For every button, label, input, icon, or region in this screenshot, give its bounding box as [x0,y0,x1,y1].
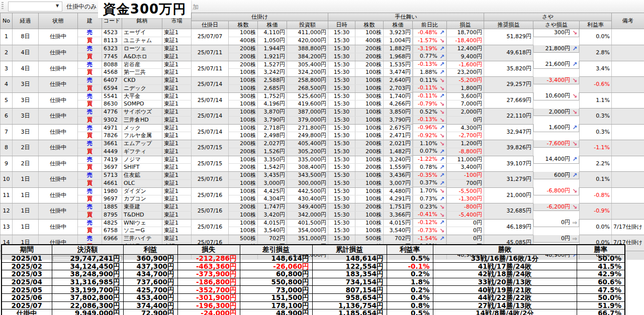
summary-cell[interactable]: -196,300円 [177,301,240,309]
summary-cell[interactable]: 148,614円 [240,255,312,263]
summary-cell[interactable]: 425,700円 [123,286,177,294]
summary-cell[interactable]: 2025/05 [2,286,52,294]
pair-row[interactable]: 34日仕掛中売8088岩谷産東証125/07/11200株1,527円305,4… [1,61,644,69]
summary-cell[interactable]: 47.5% [577,286,625,294]
pair-row[interactable]: 買8630SOMPO東証1100株4,196円419,600円15:30100株… [1,100,644,109]
summary-cell[interactable]: 374,400円 [123,301,177,309]
summary-cell[interactable]: 51.9% [577,301,625,309]
summary-cell[interactable]: 737,600円 [123,278,177,286]
pair-row[interactable]: 買4568第一三共東証1100株3,242円324,200円15:30100株3… [1,69,644,77]
pair-row[interactable]: 買8795T&DHD東証1100株3,420円342,000円15:30100株… [1,211,644,219]
summary-cell[interactable]: -0.1% [387,262,433,270]
summary-row[interactable]: 2025/0129,747,241円360,900円-212,286円148,6… [2,255,625,263]
summary-cell[interactable]: -352,700円 [177,286,240,294]
summary-cell[interactable]: 41.5% [577,262,625,270]
summary-cell[interactable]: 0.2% [387,286,433,294]
summary-cell[interactable]: 2025/03 [2,270,52,278]
summary-cell[interactable]: -301,900円 [177,293,240,301]
summary-cell[interactable]: 33戦/16勝/16敗/1分 [433,255,577,263]
pair-row[interactable]: 買6594ニデック東証1100株2,685円268,500円15:30100株2… [1,84,644,92]
summary-cell[interactable]: 1,185,654円 [312,309,387,315]
summary-cell[interactable]: 1.8% [387,278,433,286]
pair-row[interactable]: 買4661OLC東証1100株3,000円300,000円15:30100株3,… [1,179,644,187]
summary-cell[interactable]: 2025/06 [2,293,52,301]
summary-cell[interactable]: 151,500円 [240,293,312,301]
pair-row[interactable]: 43日仕掛中売6407CKD東証125/07/14100株2,588円258,8… [1,77,644,85]
pair-row[interactable]: 121日仕掛中売1885東亜建東証125/07/16200株1,747円349,… [1,203,644,212]
summary-cell[interactable]: -24,000円 [177,309,240,315]
summary-cell[interactable]: 2025/01 [2,255,52,263]
pair-row[interactable]: 73日仕掛中売4971メック東証125/07/14100株2,718円271,8… [1,124,644,132]
summary-cell[interactable]: 33,199,700円 [52,286,123,294]
pair-row[interactable]: 24日仕掛中売6323ローツェ東証125/07/11200株1,944円388,… [1,45,644,53]
summary-row[interactable]: 2025/0431,316,985円737,600円-186,800円550,8… [2,278,625,286]
summary-cell[interactable]: 33戦/20勝/13敗 [433,278,577,286]
pair-row[interactable]: 131日仕掛中売4825WNIウェ東証125/07/16100株4,015円40… [1,219,644,227]
summary-cell[interactable]: 仕掛中 [2,309,52,315]
summary-cell[interactable]: 72,900円 [123,309,177,315]
summary-cell[interactable]: 178,100円 [240,301,312,309]
summary-row[interactable]: 仕掛中9,949,000円72,900円-24,000円48,900円1,185… [2,309,625,315]
summary-cell[interactable]: 14戦/8勝/4敗/2分 [433,309,577,315]
summary-cell[interactable]: 734,154円 [312,278,387,286]
summary-cell[interactable]: 0.4% [387,293,433,301]
pair-row[interactable]: 買7745A&Dホロ東証1200株1,921円384,200円15:30200株… [1,53,644,61]
pair-row[interactable]: 買9302三井倉HD東証1100株3,790円379,000円15:30100株… [1,116,644,124]
summary-cell[interactable]: 60.6% [577,278,625,286]
summary-cell[interactable]: 453,400円 [123,293,177,301]
summary-cell[interactable]: 34,124,450円 [52,262,123,270]
summary-cell[interactable]: 1,136,754円 [312,301,387,309]
pair-row[interactable]: 18日仕掛中売4523エーザイ東証125/07/07100株4,110円411,… [1,29,644,37]
summary-cell[interactable]: 434,700円 [123,270,177,278]
summary-cell[interactable]: 22,086,300円 [52,301,123,309]
summary-cell[interactable]: -373,900円 [177,270,240,278]
pair-row[interactable]: 53日仕掛中売5541大平金東証125/07/14300株1,752円525,6… [1,92,644,100]
summary-cell[interactable]: 148,614円 [312,255,387,263]
summary-cell[interactable]: 73,000円 [240,286,312,294]
summary-cell[interactable]: 958,654円 [312,293,387,301]
summary-cell[interactable]: 2025/07 [2,301,52,309]
summary-cell[interactable]: 9,949,000円 [52,309,123,315]
pair-row[interactable]: 買4449ギフティ東証1200株1,526円305,200円15:30200株1… [1,148,644,156]
summary-cell[interactable]: 437,300円 [123,262,177,270]
summary-cell[interactable]: 183,354円 [312,270,387,278]
summary-cell[interactable]: -463,360円 [177,262,240,270]
summary-cell[interactable]: 2025/02 [2,262,52,270]
summary-cell[interactable]: 48,900円 [240,309,312,315]
summary-cell[interactable]: 0.2% [387,270,433,278]
pair-row[interactable]: 買7826フルヤ金属東証1100株2,498円249,800円15:30100株… [1,132,644,140]
pair-row[interactable]: 63日仕掛中売4776サイボウズ東証125/07/14100株3,870円387… [1,109,644,117]
summary-row[interactable]: 2025/0234,124,450円437,300円-463,360円-26,0… [2,262,625,270]
pair-row[interactable]: 92日仕掛中売7419ノジマ東証125/07/15100株3,350円335,0… [1,156,644,164]
summary-cell[interactable]: 66.7% [577,309,625,315]
pair-row[interactable]: 買8113ユニチャム東証1400株1,050円420,000円15:30400株… [1,37,644,45]
summary-cell[interactable]: 807,154円 [312,286,387,294]
summary-cell[interactable]: -212,286円 [177,255,240,263]
filter-dropdown[interactable]: ▼ [8,2,62,12]
summary-cell[interactable]: 122,554円 [312,262,387,270]
summary-cell[interactable]: 41戦/17勝/24敗 [433,262,577,270]
pair-row[interactable]: 111日仕掛中売1980ダイダン東証125/07/16100株4,425円442… [1,187,644,195]
summary-cell[interactable]: 60,800円 [240,270,312,278]
summary-cell[interactable]: 0.8% [387,301,433,309]
summary-row[interactable]: 2025/0338,248,900円434,700円-373,900円60,80… [2,270,625,278]
summary-cell[interactable]: 44戦/22勝/22敗 [433,293,577,301]
summary-cell[interactable]: 42戦/18勝/24敗 [433,270,577,278]
summary-cell[interactable]: 42.9% [577,270,625,278]
summary-cell[interactable]: 29,747,241円 [52,255,123,263]
summary-row[interactable]: 2025/0533,199,700円425,700円-352,700円73,00… [2,286,625,294]
summary-cell[interactable]: 37,802,800円 [52,293,123,301]
summary-cell[interactable]: 38,248,900円 [52,270,123,278]
summary-cell[interactable]: 360,900円 [123,255,177,263]
summary-cell[interactable]: -186,800円 [177,278,240,286]
pair-row[interactable]: 82日仕掛中売3661エムアップ東証125/07/15200株2,027円405… [1,140,644,148]
summary-row[interactable]: 2025/0637,802,800円453,400円-301,900円151,5… [2,293,625,301]
toolbar-grip-handle[interactable] [2,2,4,10]
pair-row[interactable]: 141日仕掛中売6966三井ハイテ東証125/07/16500株702円351,… [1,235,644,243]
summary-cell[interactable]: -26,060円 [240,262,312,270]
pair-row[interactable]: 買6758ソニーG東証1100株3,540円354,000円15:30100株3… [1,227,644,235]
summary-cell[interactable]: 0.5% [387,309,433,315]
summary-cell[interactable]: 31,316,985円 [52,278,123,286]
summary-cell[interactable]: 0.5% [387,255,433,263]
pair-row[interactable]: 買9697カプコン東証1100株4,304円430,400円15:30100株4… [1,195,644,203]
